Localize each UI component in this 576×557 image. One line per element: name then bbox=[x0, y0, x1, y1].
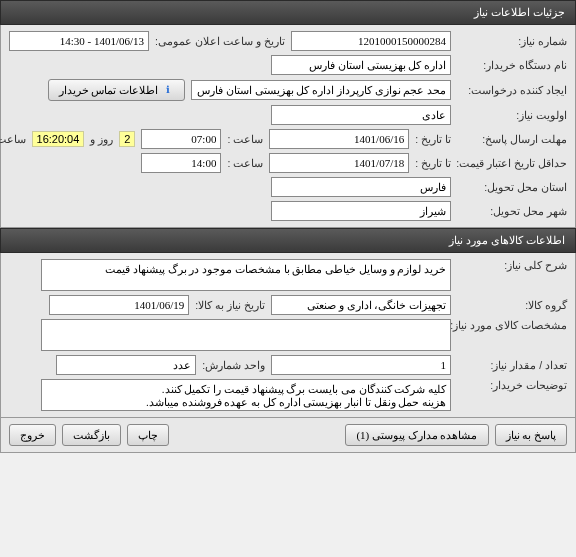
remain-time: 16:20:04 bbox=[32, 131, 85, 147]
requester-input[interactable] bbox=[191, 80, 451, 100]
unit-label: واحد شمارش: bbox=[202, 359, 265, 371]
group-label: گروه کالا: bbox=[457, 299, 567, 311]
section1-panel: شماره نیاز: تاریخ و ساعت اعلان عمومی: نا… bbox=[0, 25, 576, 228]
qty-input[interactable] bbox=[271, 355, 451, 375]
province-input[interactable] bbox=[271, 177, 451, 197]
notes-label: توضیحات خریدار: bbox=[457, 379, 567, 391]
city-input[interactable] bbox=[271, 201, 451, 221]
validity-time-label: ساعت : bbox=[227, 157, 263, 169]
qty-label: تعداد / مقدار نیاز: bbox=[457, 359, 567, 371]
validity-to-date-label: تا تاریخ : bbox=[415, 157, 451, 169]
city-label: شهر محل تحویل: bbox=[457, 205, 567, 217]
validity-label: حداقل تاریخ اعتبار قیمت: bbox=[457, 157, 567, 169]
row-buyer: نام دستگاه خریدار: bbox=[9, 53, 567, 77]
row-province: استان محل تحویل: bbox=[9, 175, 567, 199]
section2-panel: شرح کلی نیاز: گروه کالا: تاریخ نیاز به ک… bbox=[0, 253, 576, 418]
reply-button[interactable]: پاسخ به نیاز bbox=[495, 424, 568, 446]
contact-buyer-label: اطلاعات تماس خریدار bbox=[59, 84, 159, 97]
province-label: استان محل تحویل: bbox=[457, 181, 567, 193]
need-date-input[interactable] bbox=[49, 295, 189, 315]
attachments-button[interactable]: مشاهده مدارک پیوستی (1) bbox=[345, 424, 488, 446]
desc-textarea[interactable] bbox=[41, 259, 451, 291]
row-notes: توضیحات خریدار: bbox=[9, 377, 567, 413]
row-priority: اولویت نیاز: bbox=[9, 103, 567, 127]
unit-input[interactable] bbox=[56, 355, 196, 375]
group-input[interactable] bbox=[271, 295, 451, 315]
deadline-date-input[interactable] bbox=[269, 129, 409, 149]
back-button[interactable]: بازگشت bbox=[62, 424, 121, 446]
buyer-input[interactable] bbox=[271, 55, 451, 75]
to-date-label: تا تاریخ : bbox=[415, 133, 451, 145]
exit-button[interactable]: خروج bbox=[9, 424, 56, 446]
deadline-time-label: ساعت : bbox=[227, 133, 263, 145]
row-need-no: شماره نیاز: تاریخ و ساعت اعلان عمومی: bbox=[9, 29, 567, 53]
contact-buyer-button[interactable]: ℹ اطلاعات تماس خریدار bbox=[48, 79, 186, 101]
validity-time-input[interactable] bbox=[141, 153, 221, 173]
info-icon: ℹ bbox=[162, 84, 174, 96]
validity-date-input[interactable] bbox=[269, 153, 409, 173]
deadline-label: مهلت ارسال پاسخ: bbox=[457, 133, 567, 145]
desc-label: شرح کلی نیاز: bbox=[457, 259, 567, 271]
row-requester: ایجاد کننده درخواست: ℹ اطلاعات تماس خرید… bbox=[9, 77, 567, 103]
announce-label: تاریخ و ساعت اعلان عمومی: bbox=[155, 35, 285, 47]
remain-time-label: ساعت باقی مانده bbox=[0, 133, 26, 145]
section2-header: اطلاعات کالاهای مورد نیاز bbox=[0, 228, 576, 253]
remain-days: 2 bbox=[119, 131, 135, 147]
spec-textarea[interactable] bbox=[41, 319, 451, 351]
announce-input[interactable] bbox=[9, 31, 149, 51]
need-date-label: تاریخ نیاز به کالا: bbox=[195, 299, 265, 311]
spec-label: مشخصات کالای مورد نیاز: bbox=[457, 319, 567, 331]
need-no-label: شماره نیاز: bbox=[457, 35, 567, 47]
need-no-input[interactable] bbox=[291, 31, 451, 51]
row-validity: حداقل تاریخ اعتبار قیمت: تا تاریخ : ساعت… bbox=[9, 151, 567, 175]
requester-label: ایجاد کننده درخواست: bbox=[457, 84, 567, 96]
remain-days-label: روز و bbox=[90, 133, 113, 145]
row-deadline: مهلت ارسال پاسخ: تا تاریخ : ساعت : 2 روز… bbox=[9, 127, 567, 151]
row-spec: مشخصات کالای مورد نیاز: bbox=[9, 317, 567, 353]
notes-textarea[interactable] bbox=[41, 379, 451, 411]
buyer-label: نام دستگاه خریدار: bbox=[457, 59, 567, 71]
section1-header: جزئیات اطلاعات نیاز bbox=[0, 0, 576, 25]
row-group: گروه کالا: تاریخ نیاز به کالا: bbox=[9, 293, 567, 317]
print-button[interactable]: چاپ bbox=[127, 424, 169, 446]
row-desc: شرح کلی نیاز: bbox=[9, 257, 567, 293]
row-qty: تعداد / مقدار نیاز: واحد شمارش: bbox=[9, 353, 567, 377]
footer-bar: پاسخ به نیاز مشاهده مدارک پیوستی (1) چاپ… bbox=[0, 418, 576, 453]
priority-label: اولویت نیاز: bbox=[457, 109, 567, 121]
priority-input[interactable] bbox=[271, 105, 451, 125]
row-city: شهر محل تحویل: bbox=[9, 199, 567, 223]
deadline-time-input[interactable] bbox=[141, 129, 221, 149]
